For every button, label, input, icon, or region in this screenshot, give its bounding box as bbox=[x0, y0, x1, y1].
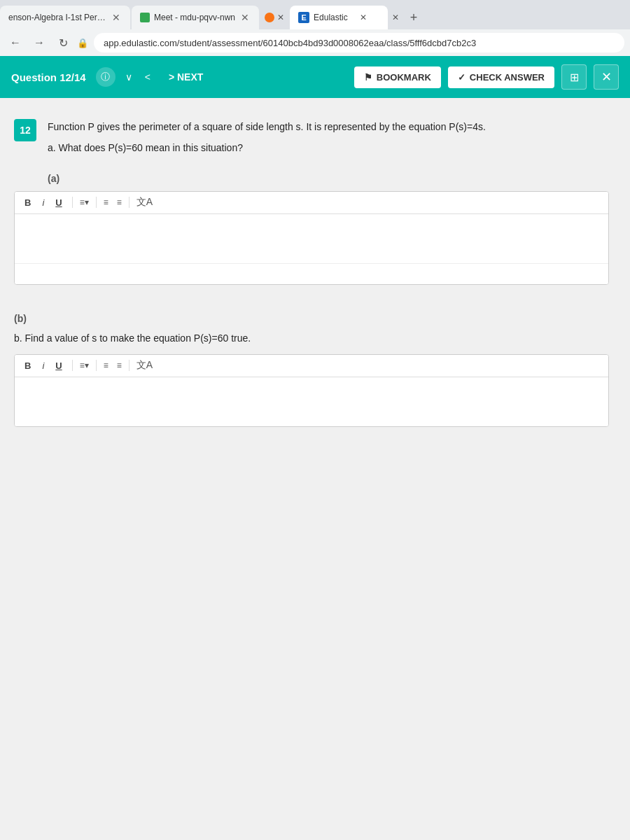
editor-a-align-button[interactable]: ≡▾ bbox=[80, 197, 89, 207]
tab-edulastic-close[interactable]: ✕ bbox=[358, 12, 369, 23]
grid-button[interactable]: ⊞ bbox=[561, 64, 587, 90]
address-bar-row: ← → ↻ 🔒 bbox=[0, 29, 630, 56]
app-toolbar: Question 12/14 ⓘ ∨ < > NEXT ⚑ BOOKMARK ✓… bbox=[0, 56, 630, 98]
question-number: 12 bbox=[14, 119, 36, 141]
editor-a-divider-2 bbox=[96, 197, 97, 208]
editor-b-wrapper: B i U ≡▾ ≡ ≡ 文A bbox=[14, 354, 609, 427]
question-label: Question 12/14 bbox=[11, 71, 86, 83]
meet-icon bbox=[140, 13, 150, 22]
address-input[interactable] bbox=[94, 33, 624, 52]
question-main-text: Function P gives the perimeter of a squa… bbox=[48, 119, 486, 156]
editor-b-divider-1 bbox=[72, 360, 73, 371]
reload-button[interactable]: ↻ bbox=[53, 33, 73, 52]
editor-b-list2-button[interactable]: ≡ bbox=[117, 360, 122, 370]
editor-a-list1-button[interactable]: ≡ bbox=[104, 197, 108, 207]
editor-a-footer bbox=[15, 263, 608, 284]
editor-b-italic-button[interactable]: i bbox=[39, 359, 47, 372]
editor-a-body[interactable] bbox=[15, 214, 608, 263]
tab-algebra-label: enson-Algebra I-1st Period bbox=[8, 13, 106, 22]
loading-icon bbox=[265, 13, 274, 22]
edulastic-favicon: E bbox=[298, 12, 309, 23]
bookmark-icon: ⚑ bbox=[364, 72, 372, 83]
tab-edulastic[interactable]: E Edulastic ✕ bbox=[290, 6, 388, 29]
editor-b-lang-button[interactable]: 文A bbox=[136, 359, 153, 372]
editor-b-divider-3 bbox=[129, 360, 130, 371]
forward-button[interactable]: → bbox=[29, 33, 49, 52]
editor-a-italic-button[interactable]: i bbox=[39, 196, 47, 209]
editor-a-lang-button[interactable]: 文A bbox=[136, 196, 153, 209]
editor-b-body[interactable] bbox=[15, 377, 608, 426]
editor-b-toolbar: B i U ≡▾ ≡ ≡ 文A bbox=[15, 355, 608, 377]
tab-x-between: ✕ bbox=[277, 13, 284, 22]
editor-b-list1-button[interactable]: ≡ bbox=[104, 360, 108, 370]
checkmark-icon: ✓ bbox=[458, 72, 465, 83]
question-block: 12 Function P gives the perimeter of a s… bbox=[14, 119, 609, 156]
part-b-section: (b) b. Find a value of s to make the equ… bbox=[14, 313, 609, 427]
tab-algebra[interactable]: enson-Algebra I-1st Period ✕ bbox=[0, 6, 130, 29]
tab-edulastic-label: Edulastic bbox=[314, 13, 348, 22]
lock-icon: 🔒 bbox=[77, 38, 88, 48]
tab-x-after: ✕ bbox=[389, 13, 402, 22]
tab-meet-label: Meet - mdu-pqvv-nwn bbox=[154, 13, 235, 22]
chevron-down-icon: ∨ bbox=[125, 71, 132, 83]
next-label: > NEXT bbox=[169, 71, 203, 83]
bookmark-button[interactable]: ⚑ BOOKMARK bbox=[354, 66, 441, 88]
editor-a-bold-button[interactable]: B bbox=[22, 196, 34, 209]
tab-meet[interactable]: Meet - mdu-pqvv-nwn ✕ bbox=[132, 6, 259, 29]
editor-a-underline-button[interactable]: U bbox=[52, 196, 64, 209]
tab-meet-close[interactable]: ✕ bbox=[239, 12, 251, 23]
editor-a-divider-1 bbox=[72, 197, 73, 208]
editor-a-wrapper: B i U ≡▾ ≡ ≡ 文A bbox=[14, 191, 609, 285]
info-button[interactable]: ⓘ bbox=[96, 67, 115, 87]
editor-a-divider-3 bbox=[129, 197, 130, 208]
tab-bar: enson-Algebra I-1st Period ✕ Meet - mdu-… bbox=[0, 0, 630, 29]
back-button[interactable]: ← bbox=[6, 33, 25, 52]
bookmark-label: BOOKMARK bbox=[377, 72, 431, 83]
editor-b-align-button[interactable]: ≡▾ bbox=[80, 360, 89, 370]
next-button[interactable]: > NEXT bbox=[160, 66, 211, 88]
plus-icon: + bbox=[410, 10, 418, 25]
close-icon: ✕ bbox=[601, 69, 612, 85]
editor-b-divider-2 bbox=[96, 360, 97, 371]
editor-a-toolbar: B i U ≡▾ ≡ ≡ 文A bbox=[15, 192, 608, 214]
part-b-label: (b) bbox=[14, 313, 609, 324]
check-answer-label: CHECK ANSWER bbox=[470, 72, 545, 83]
check-answer-button[interactable]: ✓ CHECK ANSWER bbox=[448, 66, 554, 88]
editor-a-list2-button[interactable]: ≡ bbox=[117, 197, 122, 207]
part-a-label: (a) bbox=[48, 173, 609, 184]
info-icon: ⓘ bbox=[101, 71, 110, 83]
editor-b-underline-button[interactable]: U bbox=[52, 359, 64, 372]
browser-chrome: enson-Algebra I-1st Period ✕ Meet - mdu-… bbox=[0, 0, 630, 56]
close-assessment-button[interactable]: ✕ bbox=[594, 64, 619, 90]
question-text-main: Function P gives the perimeter of a squa… bbox=[48, 119, 486, 134]
content-area: 12 Function P gives the perimeter of a s… bbox=[0, 98, 630, 840]
new-tab-button[interactable]: + bbox=[403, 7, 424, 28]
part-b-text: b. Find a value of s to make the equatio… bbox=[14, 331, 609, 346]
chevron-left-icon: < bbox=[145, 71, 150, 83]
chevron-down-button[interactable]: ∨ bbox=[122, 69, 135, 85]
grid-icon: ⊞ bbox=[570, 71, 579, 84]
question-sub-a-text: a. What does P(s)=60 mean in this situat… bbox=[48, 140, 486, 155]
prev-button[interactable]: < bbox=[142, 69, 153, 85]
tab-algebra-close[interactable]: ✕ bbox=[111, 12, 122, 23]
editor-b-bold-button[interactable]: B bbox=[22, 359, 34, 372]
